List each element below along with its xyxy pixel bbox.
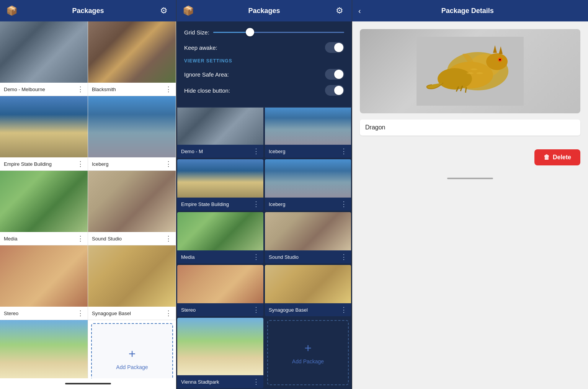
middle-package-more-iceberg[interactable]: ⋮ <box>340 147 347 155</box>
hide-close-row: Hide close button: <box>184 85 344 96</box>
middle-package-item-media[interactable]: Media ⋮ <box>177 212 263 263</box>
middle-package-label-row-iceberg2: Iceberg ⋮ <box>265 198 351 211</box>
package-item-empire[interactable]: Empire State Building ⋮ <box>0 96 88 171</box>
middle-settings-icon[interactable]: ⚙ <box>333 6 346 16</box>
right-header-title: Package Details <box>366 7 570 15</box>
left-home-bar <box>65 383 111 384</box>
middle-package-label-row-demo-m: Demo - M ⋮ <box>177 145 263 158</box>
middle-package-image-iceberg2 <box>265 159 351 198</box>
package-more-iceberg[interactable]: ⋮ <box>165 160 172 168</box>
package-label-synagogue: Synagogue Basel <box>92 311 131 316</box>
left-home-indicator <box>0 378 176 389</box>
package-item-iceberg[interactable]: Iceberg ⋮ <box>88 96 176 171</box>
middle-panel: 📦 Packages ⚙ Grid Size: Keep awake: VIEW… <box>176 0 352 389</box>
package-label-stereo: Stereo <box>4 311 18 316</box>
package-label-row-empire: Empire State Building ⋮ <box>0 157 88 170</box>
middle-package-image-stereo <box>177 265 263 303</box>
middle-package-more-synagogue[interactable]: ⋮ <box>340 306 347 314</box>
middle-package-item-synagogue[interactable]: Synagogue Basel ⋮ <box>265 265 351 316</box>
right-header: ‹ Package Details <box>352 0 588 21</box>
add-package-label: Add Package <box>116 364 148 370</box>
middle-package-item-stereo[interactable]: Stereo ⋮ <box>177 265 263 316</box>
middle-package-more-sound-studio[interactable]: ⋮ <box>340 253 347 261</box>
package-label-row-blacksmith: Blacksmith ⋮ <box>88 83 176 96</box>
package-label-row-sound-studio: Sound Studio ⋮ <box>88 232 176 245</box>
package-label-demo-melbourne: Demo - Melbourne <box>4 87 45 92</box>
middle-package-item-vienna[interactable]: Vienna Stadtpark ⋮ <box>177 318 263 388</box>
package-label-empire: Empire State Building <box>4 161 52 167</box>
keep-awake-label: Keep awake: <box>184 44 217 51</box>
add-package-plus-icon: + <box>129 347 136 361</box>
middle-package-more-vienna[interactable]: ⋮ <box>253 378 260 386</box>
ignore-safe-toggle[interactable] <box>325 69 344 80</box>
package-more-media[interactable]: ⋮ <box>77 234 84 243</box>
middle-package-image-iceberg-top <box>265 106 351 145</box>
dragon-name-input[interactable] <box>360 119 580 136</box>
slider-thumb[interactable] <box>246 28 254 36</box>
package-item-sound-studio[interactable]: Sound Studio ⋮ <box>88 171 176 245</box>
middle-package-label-vienna: Vienna Stadtpark <box>181 379 219 385</box>
add-package-button[interactable]: + Add Package <box>91 323 173 378</box>
middle-header: 📦 Packages ⚙ <box>176 0 352 21</box>
middle-add-package-button[interactable]: + Add Package <box>267 320 349 385</box>
middle-package-more-demo-m[interactable]: ⋮ <box>253 147 260 155</box>
hide-close-toggle[interactable] <box>325 85 344 96</box>
middle-add-package-label: Add Package <box>292 358 324 364</box>
package-image-demo-melbourne <box>0 21 88 83</box>
package-image-synagogue <box>88 245 176 307</box>
right-panel: ‹ Package Details <box>352 0 588 389</box>
package-label-media: Media <box>4 236 17 242</box>
grid-size-slider[interactable] <box>213 28 344 37</box>
middle-package-item-demo-m[interactable]: Demo - M ⋮ <box>177 106 263 158</box>
package-label-row-synagogue: Synagogue Basel ⋮ <box>88 307 176 320</box>
left-header-title: Packages <box>18 7 158 15</box>
middle-package-more-iceberg2[interactable]: ⋮ <box>340 200 347 208</box>
middle-package-label-row-synagogue: Synagogue Basel ⋮ <box>265 303 351 316</box>
left-packages-grid: Demo - Melbourne ⋮ Blacksmith ⋮ Empire S… <box>0 21 176 378</box>
keep-awake-toggle[interactable] <box>325 42 344 53</box>
package-label-blacksmith: Blacksmith <box>92 87 116 92</box>
right-home-indicator <box>352 173 588 184</box>
middle-package-label-row-iceberg: Iceberg ⋮ <box>265 145 351 158</box>
middle-package-label-row-empire: Empire State Building ⋮ <box>177 198 263 211</box>
middle-package-more-stereo[interactable]: ⋮ <box>253 306 260 314</box>
middle-package-item-empire[interactable]: Empire State Building ⋮ <box>177 159 263 211</box>
package-more-stereo[interactable]: ⋮ <box>77 309 84 317</box>
package-item-media[interactable]: Media ⋮ <box>0 171 88 245</box>
ignore-safe-label: Ignore Safe Area: <box>184 71 229 78</box>
package-more-demo-melbourne[interactable]: ⋮ <box>77 85 84 93</box>
middle-package-image-synagogue <box>265 265 351 303</box>
delete-button[interactable]: 🗑 Delete <box>534 149 580 165</box>
package-item-blacksmith[interactable]: Blacksmith ⋮ <box>88 21 176 96</box>
package-more-empire[interactable]: ⋮ <box>77 160 84 168</box>
middle-package-more-media[interactable]: ⋮ <box>253 253 260 261</box>
dragon-image-container <box>360 29 580 113</box>
package-label-row-iceberg: Iceberg ⋮ <box>88 157 176 170</box>
left-panel: 📦 Packages ⚙ Demo - Melbourne ⋮ Blacksmi… <box>0 0 176 389</box>
package-more-blacksmith[interactable]: ⋮ <box>165 85 172 93</box>
middle-package-item-iceberg[interactable]: Iceberg ⋮ <box>265 106 351 158</box>
right-content: 🗑 Delete <box>352 21 588 173</box>
middle-package-item-iceberg2[interactable]: Iceberg ⋮ <box>265 159 351 211</box>
package-item-vienna[interactable]: Vienna Stadtpark ⋮ <box>0 320 88 378</box>
add-package-cell: + Add Package <box>88 320 176 378</box>
middle-package-label-empire: Empire State Building <box>181 201 229 207</box>
ignore-safe-knob <box>334 70 343 79</box>
middle-logo-icon: 📦 <box>183 5 195 16</box>
package-more-sound-studio[interactable]: ⋮ <box>165 234 172 243</box>
back-button[interactable]: ‹ <box>358 7 361 15</box>
keep-awake-knob <box>334 43 343 52</box>
middle-header-title: Packages <box>195 7 333 15</box>
package-image-iceberg <box>88 96 176 157</box>
middle-package-image-demo-m <box>177 106 263 145</box>
middle-package-item-sound-studio[interactable]: Sound Studio ⋮ <box>265 212 351 263</box>
package-more-synagogue[interactable]: ⋮ <box>165 309 172 317</box>
package-label-row-media: Media ⋮ <box>0 232 88 245</box>
package-image-blacksmith <box>88 21 176 83</box>
middle-package-more-empire[interactable]: ⋮ <box>253 200 260 208</box>
package-item-demo-melbourne[interactable]: Demo - Melbourne ⋮ <box>0 21 88 96</box>
left-settings-icon[interactable]: ⚙ <box>158 6 170 16</box>
package-item-synagogue[interactable]: Synagogue Basel ⋮ <box>88 245 176 320</box>
middle-package-label-iceberg: Iceberg <box>269 149 285 154</box>
package-item-stereo[interactable]: Stereo ⋮ <box>0 245 88 320</box>
